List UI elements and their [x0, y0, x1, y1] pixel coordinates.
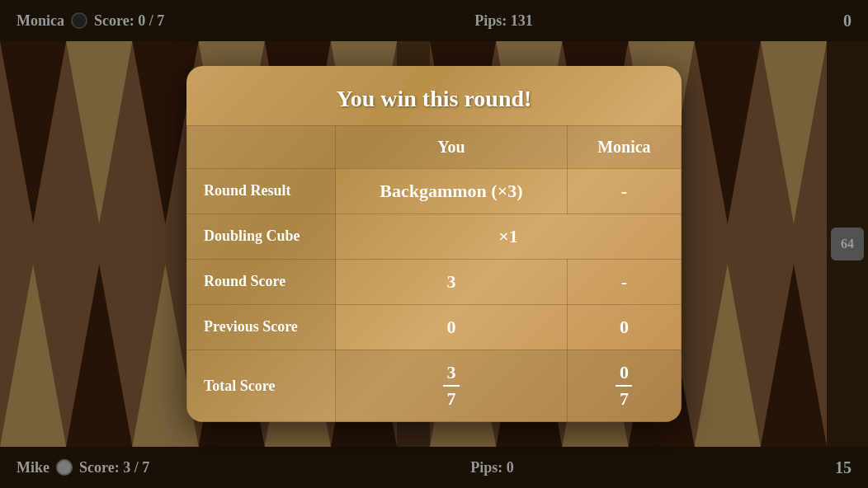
- previous-score-monica: 0: [567, 304, 681, 350]
- score-table: You Monica Round Result Backgammon (×3) …: [186, 125, 682, 423]
- modal-overlay: You win this round! You Monica Round Res…: [0, 0, 868, 488]
- round-score-you: 3: [336, 259, 568, 304]
- you-numerator: 3: [443, 362, 460, 387]
- round-result-label: Round Result: [187, 168, 336, 214]
- round-score-label: Round Score: [187, 259, 336, 304]
- round-score-row: Round Score 3 -: [187, 259, 682, 304]
- doubling-cube-label: Doubling Cube: [187, 214, 336, 259]
- monica-denominator: 7: [620, 387, 629, 410]
- doubling-cube-row: Doubling Cube ×1: [187, 214, 682, 259]
- previous-score-you: 0: [336, 304, 568, 350]
- round-score-monica: -: [567, 259, 681, 304]
- total-score-you: 3 7: [336, 350, 568, 422]
- previous-score-label: Previous Score: [187, 304, 336, 350]
- round-result-modal: You win this round! You Monica Round Res…: [186, 66, 682, 423]
- total-score-row: Total Score 3 7 0 7: [187, 350, 682, 422]
- modal-title: You win this round!: [186, 66, 682, 125]
- round-result-you: Backgammon (×3): [336, 168, 568, 214]
- monica-numerator: 0: [616, 362, 632, 387]
- doubling-cube-value: ×1: [336, 214, 682, 259]
- monica-column-header: Monica: [567, 125, 681, 168]
- total-score-monica: 0 7: [567, 350, 681, 422]
- round-result-row: Round Result Backgammon (×3) -: [187, 168, 682, 214]
- you-fraction: 3 7: [352, 362, 550, 411]
- table-header-row: You Monica: [187, 125, 682, 168]
- monica-fraction: 0 7: [584, 362, 664, 411]
- you-denominator: 7: [446, 387, 455, 410]
- you-column-header: You: [336, 125, 568, 168]
- label-column-header: [187, 125, 336, 168]
- total-score-label: Total Score: [187, 350, 336, 422]
- round-result-monica: -: [567, 168, 681, 214]
- previous-score-row: Previous Score 0 0: [187, 304, 682, 350]
